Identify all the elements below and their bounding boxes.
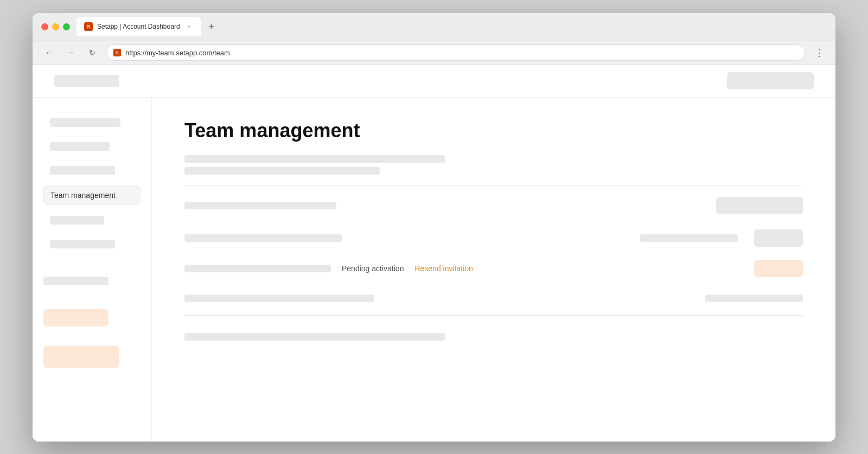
sidebar-skeleton-7	[43, 277, 108, 285]
page-content: Team management Team management	[33, 65, 835, 442]
active-tab[interactable]: S Setapp | Account Dashboard ×	[76, 17, 201, 36]
row3-status-skeleton	[705, 295, 803, 302]
back-button[interactable]: ←	[41, 45, 56, 60]
maximize-button[interactable]	[63, 23, 70, 30]
desc-line-2	[184, 167, 380, 175]
new-tab-button[interactable]: +	[204, 19, 219, 34]
sidebar-item-team-management[interactable]: Team management	[43, 186, 141, 205]
topbar-action-area	[727, 72, 814, 89]
resend-invitation-link[interactable]: Resend invitation	[414, 264, 473, 273]
table-row	[184, 223, 803, 253]
sidebar-item-3[interactable]	[43, 162, 141, 179]
browser-window: S Setapp | Account Dashboard × + ← → ↻ S…	[33, 13, 835, 442]
desc-line-1	[184, 155, 445, 163]
main-layout: Team management Team management	[33, 98, 835, 442]
row2-status-area: Pending activation Resend invitation	[342, 264, 473, 273]
table-header-skeleton	[184, 202, 336, 209]
minimize-button[interactable]	[52, 23, 59, 30]
sidebar-skeleton-2	[50, 142, 110, 151]
table-row-3	[184, 288, 803, 309]
sidebar-item-1[interactable]	[43, 114, 141, 131]
sidebar-skeleton-5	[50, 216, 104, 225]
row1-main-skeleton	[184, 234, 342, 242]
address-favicon: S	[113, 49, 121, 56]
traffic-lights	[41, 23, 70, 30]
sidebar-skeleton-3	[50, 166, 115, 175]
description-block	[184, 155, 803, 175]
topbar-action-skeleton	[727, 72, 814, 89]
refresh-button[interactable]: ↻	[85, 45, 100, 60]
row3-status	[705, 295, 803, 302]
table-row-pending: Pending activation Resend invitation	[184, 253, 803, 284]
tab-bar: S Setapp | Account Dashboard × +	[76, 17, 827, 36]
table-header-right	[716, 197, 803, 214]
table-header-left	[184, 202, 336, 209]
sidebar-cta-button-1[interactable]	[43, 309, 108, 327]
address-url: https://my-team.setapp.com/team	[125, 49, 230, 57]
bottom-skeleton	[184, 333, 445, 341]
logo-skeleton	[54, 75, 119, 87]
tab-close-icon[interactable]: ×	[184, 22, 193, 31]
page-topbar	[33, 65, 835, 98]
sidebar: Team management	[33, 98, 152, 442]
sidebar-item-6[interactable]	[43, 235, 141, 253]
row2-btn	[754, 260, 803, 277]
tab-title: Setapp | Account Dashboard	[97, 23, 180, 30]
address-bar[interactable]: S https://my-team.setapp.com/team	[106, 44, 805, 61]
sidebar-team-management-label: Team management	[50, 191, 116, 200]
row1-btn-skeleton	[754, 229, 803, 247]
bottom-row	[184, 327, 803, 341]
row1-status-skeleton	[640, 234, 738, 242]
close-button[interactable]	[41, 23, 48, 30]
table-header	[184, 197, 803, 214]
sidebar-cta-button-2[interactable]	[43, 346, 119, 368]
row2-main-skeleton	[184, 265, 331, 272]
page-title: Team management	[184, 119, 803, 142]
row3-main	[184, 295, 694, 302]
bottom-divider	[184, 315, 803, 316]
main-area: Team management	[152, 98, 835, 442]
pending-activation-text: Pending activation	[342, 264, 404, 273]
row1-btn	[749, 229, 803, 247]
forward-button[interactable]: →	[63, 45, 78, 60]
sidebar-skeleton-6	[50, 240, 115, 248]
table-action-btn-skeleton	[716, 197, 803, 214]
browser-toolbar: ← → ↻ S https://my-team.setapp.com/team …	[33, 41, 835, 65]
topbar-logo-area	[54, 75, 119, 87]
browser-titlebar: S Setapp | Account Dashboard × +	[33, 13, 835, 41]
sidebar-item-2[interactable]	[43, 138, 141, 155]
more-options-button[interactable]: ⋮	[812, 45, 827, 60]
section-divider	[184, 186, 803, 186]
row3-main-skeleton	[184, 295, 374, 302]
tab-favicon: S	[84, 22, 93, 31]
row1-status	[640, 234, 738, 242]
row2-main	[184, 265, 331, 272]
row2-btn-skeleton	[754, 260, 803, 277]
row1-main	[184, 234, 629, 242]
sidebar-skeleton-1	[50, 118, 120, 127]
sidebar-item-5[interactable]	[43, 212, 141, 229]
